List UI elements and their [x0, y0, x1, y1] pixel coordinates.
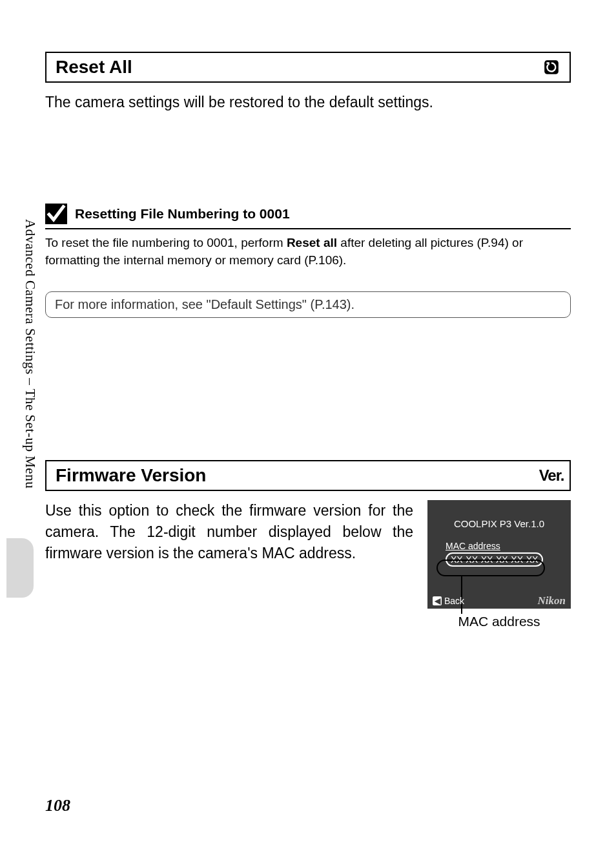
- version-icon: Ver.: [542, 466, 560, 485]
- sidebar-section-label: Advanced Camera Settings – The Set-up Me…: [22, 219, 38, 488]
- checkmark-icon: [45, 204, 67, 224]
- note-body-pre: To reset the file numbering to 0001, per…: [45, 236, 287, 249]
- screen-back: ◀ Back: [433, 596, 464, 606]
- note-body-bold: Reset all: [287, 236, 337, 249]
- section-header-firmware: Firmware Version Ver.: [45, 460, 571, 491]
- section1-body: The camera settings will be restored to …: [45, 92, 571, 113]
- screen-mac-label: MAC address: [446, 541, 564, 551]
- camera-screen: COOLPIX P3 Ver.1.0 MAC address XX-XX-XX-…: [427, 500, 571, 609]
- note-body: To reset the file numbering to 0001, per…: [45, 235, 571, 269]
- reset-icon: [542, 58, 560, 76]
- screen-mac-value: XX-XX-XX-XX-XX-XX: [446, 552, 543, 567]
- section-header-reset-all: Reset All: [45, 52, 571, 83]
- section-title: Reset All: [56, 57, 132, 78]
- screen-back-label: Back: [444, 596, 464, 606]
- brand-label: Nikon: [538, 594, 566, 607]
- note-title: Resetting File Numbering to 0001: [75, 206, 290, 222]
- camera-screen-figure: COOLPIX P3 Ver.1.0 MAC address XX-XX-XX-…: [427, 500, 571, 629]
- figure-caption: MAC address: [427, 614, 571, 629]
- page-number: 108: [45, 796, 70, 815]
- screen-title: COOLPIX P3 Ver.1.0: [434, 518, 564, 529]
- section2-body: Use this option to check the firmware ve…: [45, 500, 413, 565]
- info-box: For more information, see "Default Setti…: [45, 291, 571, 318]
- note-block: Resetting File Numbering to 0001 To rese…: [45, 204, 571, 317]
- section-title: Firmware Version: [56, 465, 206, 486]
- side-tab: [6, 538, 34, 598]
- left-arrow-icon: ◀: [433, 596, 442, 605]
